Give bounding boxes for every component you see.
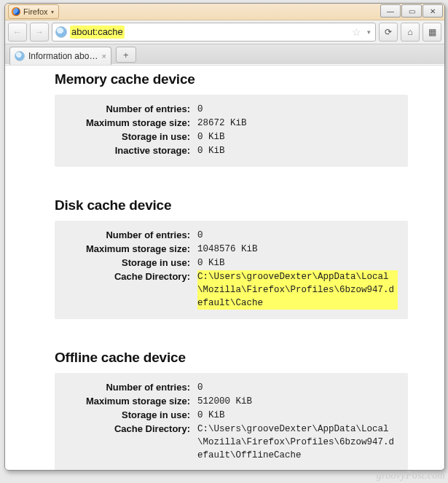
row-label: Number of entries: — [65, 381, 197, 394]
row-value: 0 KiB — [197, 130, 398, 144]
memory-cache-box: Number of entries: 0 Maximum storage siz… — [55, 95, 408, 167]
table-row: Number of entries: 0 — [65, 103, 398, 116]
back-button[interactable]: ← — [8, 23, 27, 42]
row-label: Maximum storage size: — [65, 117, 197, 130]
feed-button[interactable]: ▦ — [423, 23, 441, 42]
table-row: Inactive storage: 0 KiB — [65, 144, 398, 157]
table-row: Storage in use: 0 KiB — [65, 409, 398, 422]
section-title-memory: Memory cache device — [55, 71, 408, 87]
table-row: Number of entries: 0 — [65, 381, 398, 394]
row-value: C:\Users\grooveDexter\AppData\Local\Mozi… — [197, 423, 398, 462]
table-row: Maximum storage size: 28672 KiB — [65, 117, 398, 130]
row-value: 0 KiB — [197, 409, 398, 422]
row-label: Maximum storage size: — [65, 243, 197, 256]
row-label: Storage in use: — [65, 256, 197, 270]
new-tab-button[interactable]: + — [116, 47, 136, 63]
table-row: Cache Directory: C:\Users\grooveDexter\A… — [65, 423, 398, 462]
app-name: Firefox — [23, 7, 48, 16]
row-label: Storage in use: — [65, 130, 197, 144]
url-bar[interactable]: about:cache ☆ ▾ — [52, 23, 376, 42]
row-label: Maximum storage size: — [65, 395, 197, 408]
section-title-offline: Offline cache device — [55, 350, 408, 366]
table-row: Maximum storage size: 1048576 KiB — [65, 243, 398, 256]
section-title-disk: Disk cache device — [55, 197, 408, 213]
tab-close-icon[interactable]: × — [101, 52, 106, 60]
url-dropdown-icon[interactable]: ▾ — [367, 28, 371, 36]
window-controls: — ▭ ✕ — [380, 4, 443, 17]
browser-window: Firefox ▾ — ▭ ✕ ← → about:cache ☆ ▾ ⟳ ⌂ … — [4, 3, 445, 471]
reload-button[interactable]: ⟳ — [379, 23, 398, 42]
close-window-button[interactable]: ✕ — [423, 4, 443, 17]
home-button[interactable]: ⌂ — [401, 23, 420, 42]
table-row: Number of entries: 0 — [65, 229, 398, 242]
row-value: 0 — [197, 381, 398, 394]
url-text: about:cache — [70, 25, 125, 39]
watermark: groovyPost.com — [377, 470, 445, 482]
offline-cache-box: Number of entries: 0 Maximum storage siz… — [55, 373, 408, 470]
row-value: 0 KiB — [197, 144, 398, 157]
tab-title: Information abo… — [28, 51, 98, 61]
titlebar: Firefox ▾ — ▭ ✕ — [5, 4, 444, 20]
row-value: 1048576 KiB — [197, 243, 398, 256]
chevron-down-icon: ▾ — [51, 9, 54, 15]
row-label: Number of entries: — [65, 229, 197, 242]
row-value-highlighted: C:\Users\grooveDexter\AppData\Local\Mozi… — [197, 270, 398, 310]
tab-favicon-icon — [15, 51, 25, 61]
bookmark-star-icon[interactable]: ☆ — [352, 26, 361, 38]
about-cache-page: Memory cache device Number of entries: 0… — [5, 66, 444, 470]
table-row: Storage in use: 0 KiB — [65, 130, 398, 144]
maximize-button[interactable]: ▭ — [401, 4, 422, 17]
row-label: Number of entries: — [65, 103, 197, 116]
row-value: 512000 KiB — [197, 395, 398, 408]
tab-active[interactable]: Information abo… × — [9, 47, 111, 66]
tab-strip: Information abo… × + — [5, 44, 444, 66]
app-menu-button[interactable]: Firefox ▾ — [8, 4, 59, 19]
table-row: Maximum storage size: 512000 KiB — [65, 395, 398, 408]
site-identity-icon — [55, 26, 67, 38]
row-value: 0 KiB — [197, 256, 398, 270]
table-row: Cache Directory: C:\Users\grooveDexter\A… — [65, 270, 398, 310]
forward-button[interactable]: → — [30, 23, 49, 42]
row-value: 28672 KiB — [197, 117, 398, 130]
disk-cache-box: Number of entries: 0 Maximum storage siz… — [55, 221, 408, 319]
row-value: 0 — [197, 103, 398, 116]
row-value: 0 — [197, 229, 398, 242]
table-row: Storage in use: 0 KiB — [65, 256, 398, 270]
minimize-button[interactable]: — — [380, 4, 401, 17]
navigation-toolbar: ← → about:cache ☆ ▾ ⟳ ⌂ ▦ — [5, 20, 444, 44]
row-label: Inactive storage: — [65, 144, 197, 157]
row-label: Storage in use: — [65, 409, 197, 422]
firefox-icon — [12, 7, 20, 16]
content-viewport: Memory cache device Number of entries: 0… — [5, 65, 444, 470]
row-label: Cache Directory: — [65, 423, 197, 436]
row-label: Cache Directory: — [65, 270, 197, 283]
